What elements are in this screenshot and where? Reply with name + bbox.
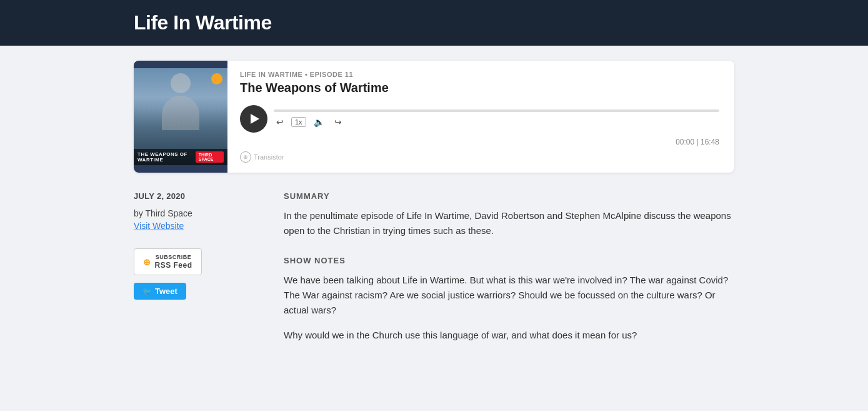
player-info: LIFE IN WARTIME • EPISODE 11 The Weapons…	[227, 61, 734, 173]
player-controls-area: ↩ 1x 🔈 ↪	[240, 105, 719, 163]
person-head	[171, 73, 191, 93]
main-content: THE WEAPONS OF WARTIME THIRD SPACE LIFE …	[0, 61, 868, 378]
skip-back-button[interactable]: ↩	[274, 116, 286, 128]
person-silhouette	[162, 73, 199, 130]
third-space-badge: THIRD SPACE	[196, 151, 224, 163]
player-card: THE WEAPONS OF WARTIME THIRD SPACE LIFE …	[134, 61, 734, 173]
transistor-icon: ⊕	[240, 151, 251, 163]
twitter-bird-icon: 🐦	[142, 287, 152, 296]
thumbnail-title-text: THE WEAPONS OF WARTIME	[137, 151, 196, 163]
skip-forward-icon: ↪	[334, 117, 342, 127]
summary-label: SUMMARY	[284, 191, 734, 201]
author-text: by Third Space	[134, 208, 259, 218]
skip-forward-button[interactable]: ↪	[332, 116, 344, 128]
thumbnail-image: THE WEAPONS OF WARTIME THIRD SPACE	[134, 68, 227, 165]
time-display: 00:00 | 16:48	[240, 138, 719, 146]
rss-subscribe-button[interactable]: ⊕SUBSCRIBERSS Feed	[134, 248, 202, 275]
rss-icon: ⊕	[143, 257, 151, 267]
show-notes-paragraph-2: Why would we in the Church use this lang…	[284, 328, 734, 343]
speed-button[interactable]: 1x	[291, 117, 306, 127]
progress-bar[interactable]	[274, 109, 719, 112]
thumbnail-bottom-bar: THE WEAPONS OF WARTIME THIRD SPACE	[134, 149, 227, 165]
rss-subscribe-label: SUBSCRIBE	[155, 254, 192, 261]
episode-date: JULY 2, 2020	[134, 191, 259, 201]
show-notes-label: SHOW NOTES	[284, 256, 734, 265]
header-bar: Life In Wartime	[0, 0, 868, 46]
skip-back-icon: ↩	[276, 117, 284, 127]
third-space-label: THIRD SPACE	[199, 153, 221, 161]
transistor-label: Transistor	[254, 153, 284, 161]
play-button[interactable]	[240, 105, 267, 133]
volume-icon: 🔈	[314, 117, 324, 127]
show-notes-paragraph-1: We have been talking about Life in Warti…	[284, 273, 734, 318]
visit-website-link[interactable]: Visit Website	[134, 221, 259, 231]
summary-text: In the penultimate episode of Life In Wa…	[284, 208, 734, 238]
progress-container: ↩ 1x 🔈 ↪	[274, 109, 719, 128]
right-column: SUMMARY In the penultimate episode of Li…	[284, 191, 734, 353]
episode-title: The Weapons of Wartime	[240, 81, 719, 95]
body-section: JULY 2, 2020 by Third Space Visit Websit…	[134, 191, 734, 378]
episode-meta: LIFE IN WARTIME • EPISODE 11	[240, 71, 719, 78]
tweet-label: Tweet	[155, 287, 177, 296]
left-column: JULY 2, 2020 by Third Space Visit Websit…	[134, 191, 259, 353]
rss-feed-label: RSS Feed	[155, 261, 192, 270]
orange-dot	[211, 73, 222, 84]
volume-button[interactable]: 🔈	[311, 116, 327, 128]
controls-row: ↩ 1x 🔈 ↪	[274, 116, 719, 128]
play-icon	[251, 114, 259, 124]
transistor-logo: ⊕ Transistor	[240, 151, 719, 163]
tweet-button[interactable]: 🐦 Tweet	[134, 283, 186, 300]
person-body	[162, 96, 199, 130]
episode-thumbnail: THE WEAPONS OF WARTIME THIRD SPACE	[134, 61, 227, 173]
player-controls: ↩ 1x 🔈 ↪	[240, 105, 719, 133]
page-title: Life In Wartime	[134, 11, 272, 34]
